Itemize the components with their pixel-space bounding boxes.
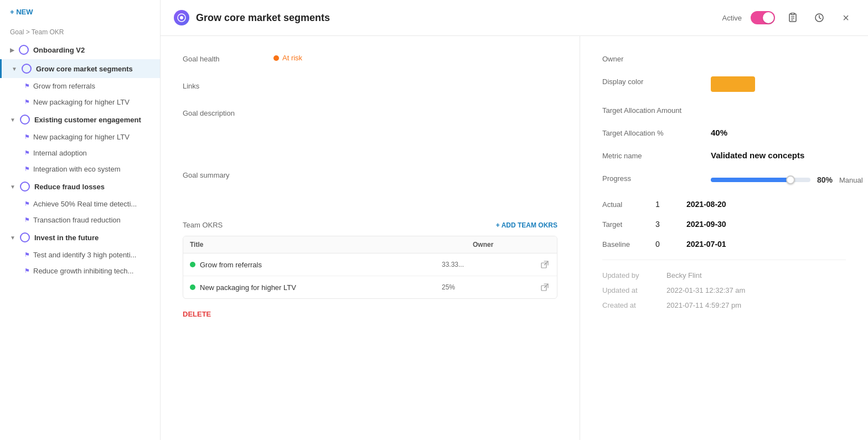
goal-health-label: Goal health bbox=[183, 54, 260, 63]
sidebar-child-label-3: New packaging for higher LTV bbox=[33, 133, 130, 141]
sidebar-item-internal[interactable]: ⚑ Internal adoption bbox=[0, 145, 160, 161]
sidebar-item-packaging-1[interactable]: ⚑ New packaging for higher LTV bbox=[0, 94, 160, 110]
goal-health-row: Goal health At risk bbox=[183, 54, 557, 63]
flag-icon-packaging1: ⚑ bbox=[24, 99, 30, 106]
row-title-2: New packaging for higher LTV bbox=[200, 283, 437, 292]
goal-summary-label: Goal summary bbox=[183, 170, 260, 179]
goal-summary-value[interactable] bbox=[273, 170, 557, 203]
owner-label: Owner bbox=[602, 54, 702, 63]
sidebar-child-label: Grow from referrals bbox=[33, 82, 95, 90]
flag-icon-achieve: ⚑ bbox=[24, 200, 30, 208]
sidebar-item-existing-customer[interactable]: ▼ Existing customer engagement bbox=[0, 110, 160, 129]
created-at-label: Created at bbox=[602, 301, 658, 309]
sidebar-group-label-2: Grow core market segments bbox=[36, 65, 133, 73]
toggle-knob bbox=[763, 12, 774, 23]
history-icon-btn[interactable] bbox=[810, 9, 828, 27]
breadcrumb: Goal > Team OKR bbox=[0, 24, 160, 40]
sidebar-item-transaction[interactable]: ⚑ Transaction fraud reduction bbox=[0, 212, 160, 228]
row-pct-2: 25% bbox=[442, 283, 486, 291]
sidebar-item-achieve[interactable]: ⚑ Achieve 50% Real time detecti... bbox=[0, 196, 160, 212]
progress-fill bbox=[711, 178, 790, 182]
team-okrs-header: Team OKRS + ADD TEAM OKRS bbox=[183, 221, 557, 229]
sidebar-item-grow-core[interactable]: ▼ Grow core market segments bbox=[0, 59, 160, 78]
sidebar-item-onboarding[interactable]: ▶ Onboarding V2 bbox=[0, 40, 160, 59]
add-team-okrs-button[interactable]: + ADD TEAM OKRS bbox=[496, 221, 557, 229]
links-row: Links bbox=[183, 81, 557, 90]
row-title-1: Grow from referrals bbox=[200, 261, 437, 269]
sidebar-item-reduce-growth[interactable]: ⚑ Reduce growth inhibiting tech... bbox=[0, 263, 160, 279]
goal-health-value: At risk bbox=[273, 54, 557, 62]
goal-circle-icon-4 bbox=[20, 182, 30, 191]
progress-value: 80% Manual bbox=[711, 173, 868, 187]
okrs-table-header: Title Owner bbox=[183, 236, 557, 253]
chevron-down-icon-4: ▼ bbox=[10, 235, 16, 241]
sidebar-item-reduce-fraud[interactable]: ▼ Reduce fraud losses bbox=[0, 177, 160, 196]
sidebar-item-referrals[interactable]: ⚑ Grow from referrals bbox=[0, 78, 160, 94]
table-row: Grow from referrals 33.33... bbox=[183, 253, 557, 276]
metric-name-value: Validated new concepts bbox=[711, 151, 846, 160]
row-dot-1 bbox=[190, 262, 195, 267]
flag-icon-internal: ⚑ bbox=[24, 149, 30, 157]
sidebar-child-label-2: New packaging for higher LTV bbox=[33, 98, 130, 106]
sidebar-item-packaging-2[interactable]: ⚑ New packaging for higher LTV bbox=[0, 129, 160, 145]
at-risk-badge: At risk bbox=[273, 54, 557, 62]
flag-icon-referrals: ⚑ bbox=[24, 82, 30, 90]
color-swatch[interactable] bbox=[711, 76, 755, 92]
target-label: Target bbox=[602, 220, 647, 229]
panel-left: Goal health At risk Links Goal descr bbox=[161, 36, 580, 440]
goal-circle-icon-3 bbox=[20, 115, 30, 125]
baseline-date: 2021-07-01 bbox=[686, 240, 726, 249]
detail-panel: Grow core market segments Active bbox=[161, 0, 868, 440]
at-risk-text: At risk bbox=[282, 54, 302, 62]
chevron-down-icon-2: ▼ bbox=[10, 117, 16, 123]
panel-header-actions: Active bbox=[722, 9, 855, 27]
target-allocation-amount-row: Target Allocation Amount bbox=[602, 105, 846, 115]
actual-row: Actual 1 2021-08-20 bbox=[602, 200, 846, 209]
panel-goal-icon bbox=[174, 10, 189, 25]
active-toggle[interactable] bbox=[751, 11, 775, 24]
row-pct-1: 33.33... bbox=[442, 261, 486, 268]
sidebar-item-invest-future[interactable]: ▼ Invest in the future bbox=[0, 228, 160, 247]
sidebar-item-integration[interactable]: ⚑ Integration with eco system bbox=[0, 161, 160, 177]
metric-name-row: Metric name Validated new concepts bbox=[602, 151, 846, 160]
goal-description-row: Goal description bbox=[183, 108, 557, 152]
goal-circle-icon-2 bbox=[22, 64, 32, 74]
external-link-icon-1[interactable] bbox=[539, 259, 550, 270]
manual-label: Manual bbox=[839, 176, 863, 184]
clipboard-icon-btn[interactable] bbox=[784, 9, 802, 27]
new-button[interactable]: + NEW bbox=[0, 0, 160, 24]
goal-description-value[interactable] bbox=[273, 108, 557, 152]
created-at-row: Created at 2021-07-11 4:59:27 pm bbox=[602, 301, 846, 309]
goal-circle-icon-5 bbox=[20, 232, 30, 242]
target-allocation-pct-label: Target Allocation % bbox=[602, 128, 702, 137]
display-color-value[interactable] bbox=[711, 76, 846, 92]
sidebar-child-label-8: Test and identify 3 high potenti... bbox=[33, 251, 136, 259]
close-button[interactable]: × bbox=[837, 9, 855, 27]
sidebar-child-label-6: Achieve 50% Real time detecti... bbox=[33, 200, 137, 208]
progress-knob[interactable] bbox=[786, 175, 795, 184]
progress-controls: 80% Manual bbox=[711, 173, 868, 187]
updated-by-value: Becky Flint bbox=[666, 271, 702, 279]
progress-track[interactable] bbox=[711, 178, 810, 182]
updated-at-value: 2022-01-31 12:32:37 am bbox=[666, 286, 745, 294]
goal-description-label: Goal description bbox=[183, 108, 260, 117]
delete-button[interactable]: DELETE bbox=[183, 310, 211, 318]
panel-body: Goal health At risk Links Goal descr bbox=[161, 36, 868, 440]
created-at-value: 2021-07-11 4:59:27 pm bbox=[666, 301, 741, 309]
sidebar-item-test-identify[interactable]: ⚑ Test and identify 3 high potenti... bbox=[0, 247, 160, 263]
sidebar-child-label-4: Internal adoption bbox=[33, 149, 87, 157]
metric-name-label: Metric name bbox=[602, 151, 702, 160]
sidebar-group-label-3: Existing customer engagement bbox=[34, 116, 141, 124]
sidebar-group-label-5: Invest in the future bbox=[34, 234, 99, 242]
svg-point-1 bbox=[180, 16, 183, 19]
external-link-icon-2[interactable] bbox=[539, 282, 550, 293]
updated-by-row: Updated by Becky Flint bbox=[602, 271, 846, 279]
chevron-down-icon: ▼ bbox=[12, 66, 17, 72]
sidebar-child-label-5: Integration with eco system bbox=[33, 165, 121, 173]
links-label: Links bbox=[183, 81, 260, 90]
owner-row: Owner bbox=[602, 54, 846, 63]
at-risk-dot bbox=[273, 55, 279, 61]
active-label: Active bbox=[722, 14, 742, 22]
progress-pct-label: 80% bbox=[817, 175, 833, 184]
team-okrs-label: Team OKRS bbox=[183, 221, 223, 229]
